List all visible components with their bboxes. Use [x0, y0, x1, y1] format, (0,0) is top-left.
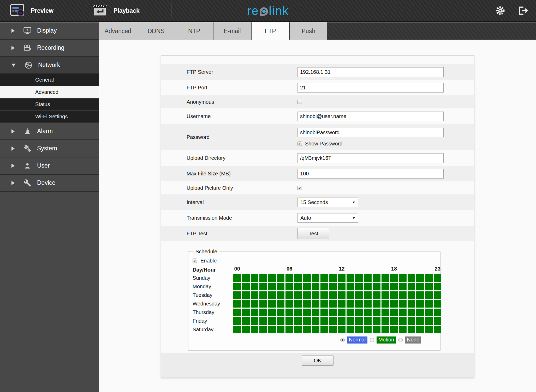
schedule-cell[interactable] [390, 317, 398, 325]
schedule-cell[interactable] [242, 326, 249, 333]
schedule-cell[interactable] [294, 317, 302, 325]
schedule-cell[interactable] [259, 274, 267, 282]
schedule-cell[interactable] [312, 326, 319, 333]
schedule-cell[interactable] [373, 317, 380, 325]
schedule-cell[interactable] [259, 326, 267, 333]
schedule-cell[interactable] [294, 291, 302, 299]
schedule-cell[interactable] [373, 326, 380, 333]
schedule-cell[interactable] [425, 326, 433, 333]
schedule-cell[interactable] [408, 300, 415, 308]
schedule-cell[interactable] [233, 283, 241, 290]
schedule-cell[interactable] [268, 283, 276, 290]
tab-ddns[interactable]: DDNS [137, 22, 175, 40]
interval-select[interactable]: 15 Seconds ▼ [297, 198, 358, 207]
sidebar-subitem-status[interactable]: Status [0, 99, 99, 111]
schedule-cell[interactable] [347, 274, 354, 282]
sidebar-subitem-general[interactable]: General [0, 74, 99, 86]
ok-button[interactable]: OK [302, 355, 333, 366]
schedule-cell[interactable] [408, 291, 415, 299]
schedule-cell[interactable] [329, 274, 337, 282]
schedule-cell[interactable] [434, 326, 441, 333]
schedule-cell[interactable] [285, 274, 293, 282]
sidebar-subitem-advanced[interactable]: Advanced [0, 86, 99, 99]
schedule-cell[interactable] [390, 283, 398, 290]
schedule-cell[interactable] [399, 291, 406, 299]
schedule-cell[interactable] [382, 317, 389, 325]
schedule-cell[interactable] [294, 283, 302, 290]
schedule-cell[interactable] [382, 283, 389, 290]
schedule-cell[interactable] [251, 283, 258, 290]
schedule-cell[interactable] [373, 274, 380, 282]
schedule-cell[interactable] [320, 326, 328, 333]
schedule-cell[interactable] [294, 274, 302, 282]
tab-ntp[interactable]: NTP [175, 22, 213, 40]
schedule-cell[interactable] [303, 317, 311, 325]
schedule-cell[interactable] [277, 291, 284, 299]
upload-directory-input[interactable] [297, 153, 444, 163]
schedule-cell[interactable] [259, 283, 267, 290]
schedule-cell[interactable] [408, 283, 415, 290]
upload-picture-only-checkbox[interactable] [297, 186, 302, 190]
tab-advanced[interactable]: Advanced [99, 22, 137, 40]
motion-radio[interactable] [370, 338, 374, 342]
ftp-port-input[interactable] [297, 83, 444, 93]
schedule-cell[interactable] [320, 309, 328, 316]
schedule-cell[interactable] [347, 317, 354, 325]
schedule-cell[interactable] [416, 283, 424, 290]
schedule-cell[interactable] [364, 291, 372, 299]
schedule-cell[interactable] [425, 291, 433, 299]
schedule-cell[interactable] [303, 300, 311, 308]
schedule-cell[interactable] [399, 317, 406, 325]
schedule-cell[interactable] [390, 300, 398, 308]
schedule-cell[interactable] [251, 309, 258, 316]
password-input[interactable] [297, 128, 444, 137]
schedule-cell[interactable] [329, 326, 337, 333]
sidebar-subitem-wi-fi-settings[interactable]: Wi-Fi Settings [0, 111, 99, 123]
schedule-cell[interactable] [338, 300, 346, 308]
schedule-cell[interactable] [251, 291, 258, 299]
schedule-cell[interactable] [242, 283, 249, 290]
schedule-cell[interactable] [285, 291, 293, 299]
schedule-cell[interactable] [425, 274, 433, 282]
schedule-cell[interactable] [268, 326, 276, 333]
schedule-cell[interactable] [399, 300, 406, 308]
schedule-cell[interactable] [242, 291, 249, 299]
schedule-cell[interactable] [347, 326, 354, 333]
schedule-cell[interactable] [355, 300, 363, 308]
normal-radio[interactable] [340, 338, 345, 342]
schedule-cell[interactable] [268, 274, 276, 282]
ftp-test-button[interactable]: Test [297, 228, 329, 239]
transmission-mode-select[interactable]: Auto ▼ [297, 213, 358, 223]
schedule-cell[interactable] [416, 309, 424, 316]
schedule-cell[interactable] [285, 300, 293, 308]
schedule-cell[interactable] [329, 291, 337, 299]
schedule-cell[interactable] [233, 300, 241, 308]
schedule-cell[interactable] [390, 274, 398, 282]
schedule-cell[interactable] [338, 326, 346, 333]
schedule-cell[interactable] [364, 326, 372, 333]
schedule-cell[interactable] [338, 274, 346, 282]
schedule-cell[interactable] [242, 317, 249, 325]
schedule-cell[interactable] [277, 283, 284, 290]
schedule-cell[interactable] [312, 300, 319, 308]
schedule-cell[interactable] [355, 274, 363, 282]
schedule-cell[interactable] [259, 291, 267, 299]
tab-e-mail[interactable]: E-mail [213, 22, 251, 40]
schedule-cell[interactable] [347, 283, 354, 290]
schedule-cell[interactable] [320, 291, 328, 299]
schedule-cell[interactable] [312, 309, 319, 316]
playback-nav-button[interactable]: Playback [93, 4, 140, 17]
schedule-cell[interactable] [294, 300, 302, 308]
schedule-cell[interactable] [242, 274, 249, 282]
show-password-checkbox[interactable] [297, 142, 302, 146]
schedule-cell[interactable] [303, 326, 311, 333]
schedule-cell[interactable] [268, 300, 276, 308]
schedule-cell[interactable] [382, 326, 389, 333]
username-input[interactable] [297, 112, 444, 121]
schedule-cell[interactable] [382, 300, 389, 308]
schedule-cell[interactable] [382, 309, 389, 316]
schedule-cell[interactable] [355, 317, 363, 325]
schedule-cell[interactable] [268, 317, 276, 325]
schedule-cell[interactable] [373, 291, 380, 299]
schedule-cell[interactable] [233, 291, 241, 299]
